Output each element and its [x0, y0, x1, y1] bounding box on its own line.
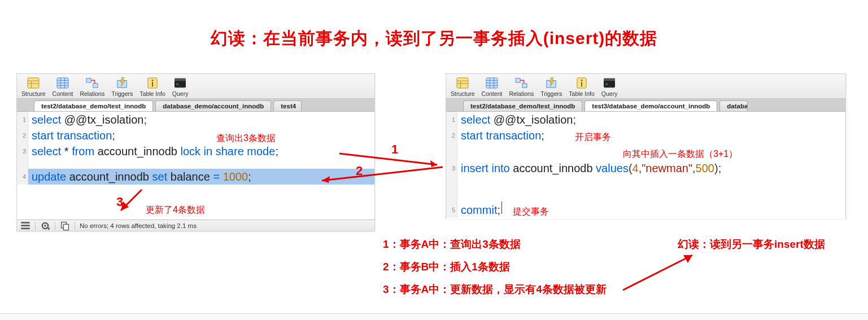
toolbar-label: Query [172, 90, 189, 97]
svg-rect-44 [581, 82, 582, 86]
svg-point-24 [44, 225, 46, 227]
toolbar-relations-button[interactable]: Relations [505, 74, 537, 98]
code-line: start transaction; [457, 128, 544, 143]
explain-line-1: 1：事务A中：查询出3条数据 [383, 237, 521, 252]
structure-icon [27, 77, 40, 89]
step-number-2: 2 [356, 164, 363, 178]
toolbar-triggers-button[interactable]: Triggers [537, 74, 565, 98]
hamburger-icon[interactable] [20, 222, 30, 230]
table-info-icon [575, 77, 588, 89]
toolbar-tableinfo-button[interactable]: Table Info [136, 74, 169, 98]
toolbar-label: Table Info [139, 90, 165, 97]
content-icon [56, 77, 69, 89]
annotation-open-tx: 开启事务 [575, 131, 611, 143]
explain-line-3: 3：事务A中：更新数据，显示有4条数据被更新 [383, 282, 607, 297]
svg-rect-0 [28, 78, 39, 88]
tab-1[interactable]: test2/database_demo/test_innodb [463, 100, 582, 111]
annotation-insert-one: 向其中插入一条数据（3+1） [623, 148, 738, 160]
code-line: update account_innodb set balance = 1000… [28, 169, 251, 185]
svg-point-43 [581, 80, 583, 81]
svg-line-54 [623, 255, 692, 290]
svg-marker-49 [430, 160, 437, 167]
svg-rect-16 [152, 82, 153, 86]
svg-point-15 [152, 80, 154, 81]
toolbar-label: Relations [80, 90, 104, 97]
svg-text:▾: ▾ [47, 225, 50, 230]
code-line: insert into account_innodb values(4,"new… [457, 160, 721, 176]
toolbar-label: Structure [451, 90, 475, 97]
toolbar: Structure Content Relations Triggers Tab… [17, 74, 374, 99]
toolbar-label: Triggers [540, 90, 562, 97]
toolbar-label: Table Info [569, 90, 595, 97]
toolbar: Structure Content Relations Triggers Tab… [446, 74, 845, 99]
step-number-3: 3 [116, 195, 123, 209]
relations-icon [514, 77, 528, 89]
svg-rect-38 [516, 78, 520, 82]
toolbar-content-button[interactable]: Content [49, 74, 77, 98]
toolbar-relations-button[interactable]: Relations [76, 74, 108, 98]
code-line: start transaction; [28, 128, 115, 143]
text-cursor [501, 201, 502, 214]
code-editor[interactable]: 1select @@tx_isolation; 2start transacti… [17, 112, 374, 219]
code-line: select @@tx_isolation; [457, 112, 576, 128]
right-editor-panel: Structure Content Relations Triggers Tab… [446, 73, 846, 219]
structure-icon [456, 77, 469, 89]
query-icon: >_ [603, 77, 616, 89]
svg-text:>_: >_ [605, 81, 611, 87]
step-number-1: 1 [391, 142, 398, 157]
toolbar-label: Query [601, 90, 618, 97]
toolbar-label: Triggers [111, 90, 133, 97]
triggers-icon [544, 77, 558, 89]
code-line: select * from account_innodb lock in sha… [28, 143, 278, 159]
annotation-commit: 提交事务 [513, 206, 549, 218]
toolbar-structure-button[interactable]: Structure [18, 74, 49, 98]
code-line: commit; [457, 202, 500, 218]
toolbar-content-button[interactable]: Content [478, 74, 506, 98]
toolbar-tableinfo-button[interactable]: Table Info [565, 74, 598, 98]
toolbar-query-button[interactable]: >_Query [598, 74, 621, 98]
explain-phantom: 幻读：读到另一事务insert数据 [678, 237, 825, 252]
code-line: select @@tx_isolation; [28, 112, 147, 128]
annotation-updated-4-rows: 更新了4条数据 [146, 204, 205, 216]
table-info-icon [146, 77, 159, 89]
gear-icon[interactable]: ▾ [40, 222, 50, 230]
toolbar-triggers-button[interactable]: Triggers [108, 74, 136, 98]
code-editor[interactable]: 1select @@tx_isolation; 2start transacti… [446, 112, 845, 219]
copy-icon[interactable] [60, 222, 70, 230]
tab-2[interactable]: database_demo/account_innodb [155, 100, 271, 111]
toolbar-label: Content [482, 90, 503, 97]
status-text: No errors; 4 rows affected, taking 2.1 m… [80, 222, 197, 229]
page-title: 幻读：在当前事务内，读到了另一事务插入(insert)的数据 [0, 27, 868, 50]
status-bar: ▾ No errors; 4 rows affected, taking 2.1… [17, 220, 374, 231]
explain-line-2: 2：事务B中：插入1条数据 [383, 260, 510, 274]
triggers-icon [115, 77, 129, 89]
svg-rect-27 [63, 224, 68, 230]
toolbar-structure-button[interactable]: Structure [447, 74, 478, 98]
svg-rect-39 [522, 84, 527, 87]
toolbar-label: Structure [21, 90, 46, 97]
arrow-phantom-icon [620, 251, 699, 296]
svg-rect-10 [86, 78, 91, 82]
svg-text:>_: >_ [176, 81, 182, 87]
svg-rect-28 [457, 78, 468, 88]
svg-rect-11 [93, 84, 98, 87]
annotation-select-3-rows: 查询出3条数据 [216, 133, 276, 144]
tab-3[interactable]: test4 [273, 100, 302, 111]
query-icon: >_ [173, 77, 187, 89]
tab-3[interactable]: databas [719, 100, 748, 111]
tab-1[interactable]: test2/database_demo/test_innodb [34, 100, 153, 111]
tab-2[interactable]: test3/database_demo/account_innodb [585, 100, 717, 111]
relations-icon [85, 77, 99, 89]
toolbar-label: Relations [509, 90, 534, 97]
content-icon [485, 77, 499, 89]
tab-bar: test2/database_demo/test_innodb test3/da… [446, 99, 845, 112]
toolbar-query-button[interactable]: >_Query [169, 74, 192, 98]
svg-marker-55 [683, 255, 692, 263]
tab-bar: test2/database_demo/test_innodb database… [17, 99, 374, 112]
toolbar-label: Content [53, 90, 73, 97]
bottom-scrollbar-area [0, 313, 868, 320]
